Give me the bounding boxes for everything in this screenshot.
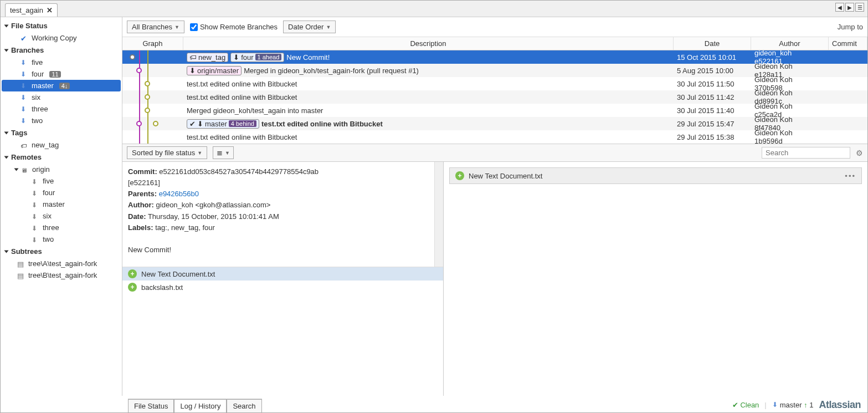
sidebar-item-origin[interactable]: origin	[2, 164, 121, 175]
show-remote-input[interactable]	[190, 23, 198, 31]
count-badge: 4↓	[59, 83, 70, 89]
add-icon: +	[128, 269, 137, 278]
ref-label: origin/master	[197, 67, 239, 75]
description-cell: test.txt edited online with Bitbucket	[183, 93, 674, 101]
commit-label: Commit:	[128, 167, 157, 176]
col-graph[interactable]: Graph	[122, 37, 183, 50]
branches-header[interactable]: Branches	[2, 44, 121, 57]
log-row[interactable]: test.txt edited online with Bitbucket29 …	[122, 130, 867, 144]
scrollbar[interactable]	[434, 162, 443, 267]
chevron-down-icon: ▼	[326, 24, 331, 30]
sidebar-item-remote-three[interactable]: three	[2, 222, 121, 233]
parent-link[interactable]: e9426b56b0	[159, 190, 199, 198]
sidebar-item-branch-master[interactable]: master4↓	[2, 80, 121, 91]
search-input[interactable]	[762, 147, 850, 159]
origin-label: origin	[32, 165, 50, 174]
subtrees-header[interactable]: Subtrees	[2, 245, 121, 258]
log-body: 🏷new_tag⬇four1 aheadNew Commit!15 Oct 20…	[122, 50, 867, 144]
current-branch-status[interactable]: master ↑ 1	[772, 401, 814, 409]
remote-branch-label: four	[43, 188, 55, 197]
ref-pill[interactable]: ⬇four1 ahead	[230, 53, 284, 62]
ahead-behind-badge: 4 behind	[229, 120, 256, 127]
tag-label: new_tag	[32, 141, 59, 149]
ref-pill[interactable]: 🏷new_tag	[187, 53, 228, 62]
chevron-down-icon: ▼	[197, 150, 202, 156]
sidebar-item-branch-five[interactable]: five	[2, 57, 121, 68]
log-toolbar: All Branches▼ Show Remote Branches Date …	[122, 17, 867, 37]
sidebar-item-working-copy[interactable]: Working Copy	[2, 32, 121, 44]
tab-log-history[interactable]: Log / History	[174, 399, 227, 412]
branch-icon: ⬇	[233, 53, 239, 62]
file-list: +New Text Document.txt+backslash.txt	[122, 267, 443, 396]
sidebar-item-remote-four[interactable]: four	[2, 187, 121, 198]
add-icon: +	[455, 171, 464, 180]
show-remote-label: Show Remote Branches	[200, 23, 278, 31]
file-status-header[interactable]: File Status	[2, 19, 121, 32]
tab-search[interactable]: Search	[227, 399, 261, 412]
jump-to-label[interactable]: Jump to	[838, 23, 863, 31]
file-item[interactable]: +New Text Document.txt	[122, 267, 443, 281]
chevron-down-icon	[4, 24, 9, 27]
sidebar-item-remote-master[interactable]: master	[2, 198, 121, 210]
description-cell: ⬇origin/masterMerged in gideon_koh/test_…	[183, 66, 674, 75]
date-order-dropdown[interactable]: Date Order▼	[283, 21, 336, 33]
branch-icon	[20, 59, 28, 67]
all-branches-dropdown[interactable]: All Branches▼	[127, 21, 184, 33]
sidebar-item-subtree[interactable]: tree\A\test_again-fork	[2, 258, 121, 269]
tags-header[interactable]: Tags	[2, 126, 121, 139]
sidebar-item-remote-two[interactable]: two	[2, 233, 121, 245]
graph-cell	[122, 117, 183, 130]
repo-icon	[17, 272, 25, 279]
branch-label: three	[32, 105, 48, 113]
commit-description: test.txt edited online with Bitbucket	[187, 80, 297, 88]
remote-icon	[21, 166, 29, 174]
nav-menu-icon[interactable]: ☰	[855, 3, 864, 12]
branch-icon	[32, 177, 39, 185]
sidebar-item-tag[interactable]: new_tag	[2, 139, 121, 151]
ref-pill[interactable]: ✔⬇master4 behind	[187, 119, 259, 129]
close-icon[interactable]: ✕	[47, 6, 53, 14]
date-label: Date:	[128, 212, 146, 221]
view-options-button[interactable]: ≣▼	[213, 146, 234, 159]
sidebar-item-subtree[interactable]: tree\B\test_again-fork	[2, 269, 121, 281]
file-name: New Text Document.txt	[141, 270, 215, 278]
sidebar-item-branch-two[interactable]: two	[2, 115, 121, 126]
description-cell: Merged gideon_koh/test_again into master	[183, 106, 674, 115]
remote-branch-label: two	[43, 235, 54, 243]
col-description[interactable]: Description	[183, 37, 674, 50]
sidebar-item-branch-six[interactable]: six	[2, 91, 121, 103]
count-badge: 11	[49, 71, 60, 78]
status-bar: ✔ Clean | master ↑ 1 Atlassian	[726, 397, 867, 412]
show-remote-checkbox[interactable]: Show Remote Branches	[190, 23, 278, 31]
diff-file-header[interactable]: + New Text Document.txt •••	[449, 167, 862, 184]
col-date[interactable]: Date	[674, 37, 751, 50]
nav-prev-icon[interactable]: ◀	[835, 3, 844, 12]
gear-icon[interactable]: ⚙	[856, 149, 863, 157]
remotes-title: Remotes	[11, 153, 42, 161]
tab-label: test_again	[10, 6, 43, 14]
ref-pill[interactable]: ⬇origin/master	[187, 66, 242, 75]
more-icon[interactable]: •••	[845, 172, 856, 180]
file-item[interactable]: +backslash.txt	[122, 281, 443, 294]
col-author[interactable]: Author	[751, 37, 829, 50]
commit-date: 30 Jul 2015 11:50	[674, 80, 751, 88]
repo-tab[interactable]: test_again ✕	[5, 3, 58, 17]
tab-file-status[interactable]: File Status	[128, 399, 174, 412]
commit-description: New Commit!	[286, 53, 330, 62]
sidebar-item-branch-four[interactable]: four11	[2, 68, 121, 80]
graph-cell	[122, 90, 183, 104]
nav-next-icon[interactable]: ▶	[845, 3, 854, 12]
sidebar: File Status Working Copy Branches fivefo…	[1, 17, 122, 396]
chevron-down-icon	[4, 250, 9, 253]
sidebar-item-remote-six[interactable]: six	[2, 210, 121, 222]
sort-dropdown[interactable]: Sorted by file status▼	[127, 146, 207, 159]
remotes-header[interactable]: Remotes	[2, 151, 121, 164]
tags-title: Tags	[11, 129, 27, 137]
list-icon: ≣	[217, 149, 223, 157]
remote-branch-label: three	[43, 223, 59, 232]
sidebar-item-branch-three[interactable]: three	[2, 103, 121, 115]
sidebar-item-remote-five[interactable]: five	[2, 175, 121, 187]
col-commit[interactable]: Commit	[829, 37, 867, 50]
log-header-row: Graph Description Date Author Commit	[122, 37, 867, 50]
chevron-down-icon	[4, 156, 9, 159]
